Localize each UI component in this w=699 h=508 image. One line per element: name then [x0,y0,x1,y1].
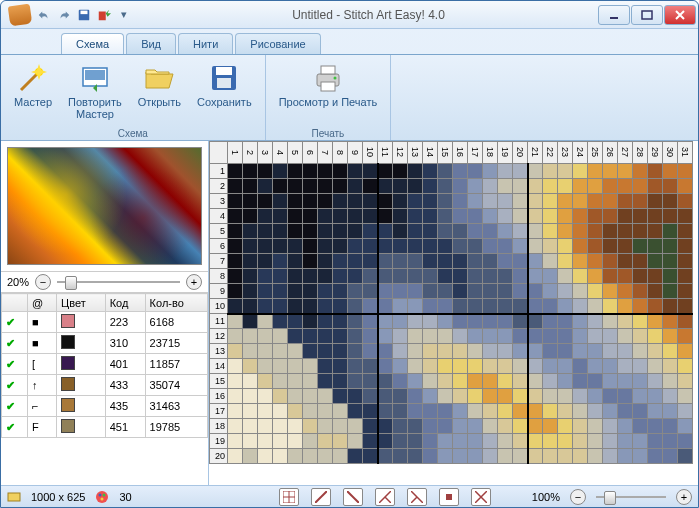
grid-cell[interactable] [468,329,483,344]
grid-cell[interactable] [423,329,438,344]
grid-cell[interactable] [453,344,468,359]
grid-cell[interactable] [333,209,348,224]
grid-cell[interactable] [603,389,618,404]
grid-cell[interactable] [438,299,453,314]
grid-cell[interactable] [513,359,528,374]
grid-cell[interactable] [303,224,318,239]
grid-cell[interactable] [378,224,393,239]
grid-cell[interactable] [588,209,603,224]
grid-cell[interactable] [678,194,693,209]
grid-cell[interactable] [288,344,303,359]
grid-cell[interactable] [618,314,633,329]
grid-cell[interactable] [498,269,513,284]
grid-cell[interactable] [318,314,333,329]
grid-cell[interactable] [573,404,588,419]
grid-cell[interactable] [678,164,693,179]
grid-cell[interactable] [333,449,348,464]
grid-cell[interactable] [678,284,693,299]
grid-cell[interactable] [393,404,408,419]
grid-cell[interactable] [528,389,543,404]
grid-cell[interactable] [588,299,603,314]
grid-cell[interactable] [348,359,363,374]
grid-cell[interactable] [408,389,423,404]
grid-cell[interactable] [408,419,423,434]
grid-cell[interactable] [378,374,393,389]
grid-cell[interactable] [468,299,483,314]
grid-cell[interactable] [258,269,273,284]
grid-cell[interactable] [333,269,348,284]
grid-cell[interactable] [453,404,468,419]
grid-cell[interactable] [228,329,243,344]
grid-cell[interactable] [588,449,603,464]
grid-cell[interactable] [348,374,363,389]
grid-cell[interactable] [438,434,453,449]
grid-cell[interactable] [273,269,288,284]
grid-cell[interactable] [498,164,513,179]
grid-cell[interactable] [423,374,438,389]
grid-cell[interactable] [633,224,648,239]
grid-cell[interactable] [378,404,393,419]
grid-cell[interactable] [588,389,603,404]
grid-cell[interactable] [468,179,483,194]
app-icon[interactable] [8,3,33,26]
grid-cell[interactable] [483,404,498,419]
col-count[interactable]: Кол-во [145,294,207,312]
grid-cell[interactable] [663,434,678,449]
grid-cell[interactable] [633,194,648,209]
grid-cell[interactable] [408,179,423,194]
grid-cell[interactable] [528,299,543,314]
grid-cell[interactable] [558,449,573,464]
grid-cell[interactable] [678,419,693,434]
grid-cell[interactable] [573,284,588,299]
grid-cell[interactable] [558,209,573,224]
grid-cell[interactable] [483,359,498,374]
grid-cell[interactable] [573,209,588,224]
grid-cell[interactable] [228,374,243,389]
grid-cell[interactable] [573,224,588,239]
grid-cell[interactable] [558,359,573,374]
grid-cell[interactable] [408,239,423,254]
col-check[interactable] [2,294,28,312]
grid-cell[interactable] [288,359,303,374]
qat-dropdown-icon[interactable]: ▾ [117,8,131,22]
grid-cell[interactable] [438,284,453,299]
grid-cell[interactable] [303,299,318,314]
grid-cell[interactable] [558,299,573,314]
grid-cell[interactable] [363,419,378,434]
grid-cell[interactable] [588,164,603,179]
grid-cell[interactable] [603,179,618,194]
grid-cell[interactable] [303,344,318,359]
grid-cell[interactable] [573,329,588,344]
grid-cell[interactable] [393,194,408,209]
grid-cell[interactable] [453,224,468,239]
check-icon[interactable]: ✔ [2,396,28,417]
grid-cell[interactable] [573,434,588,449]
grid-cell[interactable] [618,434,633,449]
grid-cell[interactable] [273,314,288,329]
grid-cell[interactable] [468,269,483,284]
grid-cell[interactable] [678,224,693,239]
grid-cell[interactable] [228,344,243,359]
grid-cell[interactable] [513,209,528,224]
grid-cell[interactable] [318,329,333,344]
grid-cell[interactable] [573,164,588,179]
grid-cell[interactable] [258,179,273,194]
grid-cell[interactable] [378,314,393,329]
grid-cell[interactable] [258,359,273,374]
grid-cell[interactable] [468,419,483,434]
grid-cell[interactable] [378,209,393,224]
grid-cell[interactable] [483,284,498,299]
grid-cell[interactable] [378,164,393,179]
grid-cell[interactable] [363,359,378,374]
grid-cell[interactable] [243,344,258,359]
grid-cell[interactable] [633,344,648,359]
grid-cell[interactable] [483,194,498,209]
grid-cell[interactable] [513,194,528,209]
grid-cell[interactable] [663,389,678,404]
grid-cell[interactable] [483,164,498,179]
grid-cell[interactable] [513,284,528,299]
grid-cell[interactable] [348,239,363,254]
grid-cell[interactable] [243,224,258,239]
grid-cell[interactable] [603,209,618,224]
grid-cell[interactable] [378,194,393,209]
